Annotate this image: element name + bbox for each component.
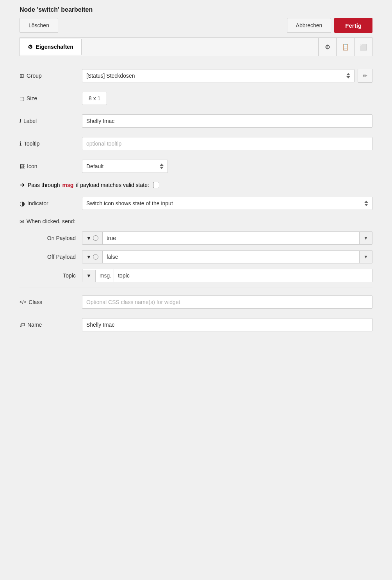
topic-label: Topic bbox=[20, 272, 82, 279]
group-label: ⊞ Group bbox=[20, 73, 82, 79]
pass-through-text1: Pass through bbox=[28, 182, 60, 188]
done-button[interactable]: Fertig bbox=[334, 18, 372, 33]
on-payload-input-group: ▼ ▼ bbox=[82, 231, 372, 245]
off-payload-row: Off Payload ▼ ▼ bbox=[20, 250, 372, 263]
off-payload-input-group: ▼ ▼ bbox=[82, 250, 372, 263]
tab-icon-document[interactable]: 📋 bbox=[336, 38, 354, 56]
code-icon: </> bbox=[20, 299, 26, 305]
off-payload-input[interactable] bbox=[103, 251, 359, 263]
tooltip-label-text: Tooltip bbox=[24, 141, 39, 147]
group-row: ⊞ Group [Status] Steckdosen ✏ bbox=[20, 68, 372, 84]
topic-type-btn[interactable]: ▼ bbox=[82, 270, 96, 282]
tag-icon: 🏷 bbox=[20, 322, 25, 328]
name-row: 🏷 Name bbox=[20, 317, 372, 333]
size-icon: ⬚ bbox=[20, 96, 24, 101]
tab-properties[interactable]: ⚙ Eigenschaften bbox=[20, 39, 82, 55]
name-input[interactable] bbox=[82, 318, 372, 331]
tab-properties-label: Eigenschaften bbox=[36, 44, 73, 50]
size-label-text: Size bbox=[27, 95, 37, 101]
tab-icon-settings[interactable]: ⚙ bbox=[318, 38, 336, 56]
on-payload-dropdown-btn[interactable]: ▼ bbox=[359, 232, 372, 244]
pass-through-checkbox[interactable] bbox=[153, 182, 159, 188]
off-payload-dropdown-arrow: ▼ bbox=[86, 254, 91, 260]
group-select[interactable]: [Status] Steckdosen bbox=[82, 69, 355, 82]
on-payload-label: On Payload bbox=[20, 235, 82, 241]
toolbar-left: Löschen bbox=[20, 18, 284, 33]
form-body: ⊞ Group [Status] Steckdosen ✏ ⬚ Size 8 x… bbox=[20, 64, 372, 343]
icon-select[interactable]: Default bbox=[82, 160, 168, 173]
divider bbox=[20, 288, 372, 288]
off-payload-dropdown-btn[interactable]: ▼ bbox=[359, 251, 372, 263]
indicator-label-text: Indicator bbox=[27, 200, 48, 206]
class-input[interactable] bbox=[82, 295, 372, 309]
msg-text: msg bbox=[62, 182, 74, 188]
toolbar: Löschen Abbrechen Fertig bbox=[20, 18, 372, 33]
topic-input[interactable] bbox=[114, 269, 372, 282]
label-row: I Label bbox=[20, 113, 372, 129]
gear-icon: ⚙ bbox=[28, 44, 33, 50]
label-label-text: Label bbox=[23, 118, 37, 124]
pass-through-row: ➜ Pass through msg if payload matches va… bbox=[20, 181, 372, 189]
size-button[interactable]: 8 x 1 bbox=[82, 92, 107, 105]
name-label: 🏷 Name bbox=[20, 322, 82, 328]
tab-icons: ⚙ 📋 ⬜ bbox=[318, 38, 372, 56]
label-input[interactable] bbox=[82, 114, 372, 128]
tooltip-input[interactable] bbox=[82, 137, 372, 150]
group-label-text: Group bbox=[27, 73, 42, 79]
tab-icon-layout[interactable]: ⬜ bbox=[354, 38, 372, 56]
tab-bar: ⚙ Eigenschaften ⚙ 📋 ⬜ bbox=[20, 37, 372, 56]
class-row: </> Class bbox=[20, 294, 372, 310]
group-input-area: [Status] Steckdosen ✏ bbox=[82, 69, 372, 83]
envelope-icon: ✉ bbox=[20, 218, 24, 224]
when-clicked-row: ✉ When clicked, send: bbox=[20, 218, 372, 224]
off-payload-type-btn[interactable]: ▼ bbox=[82, 251, 103, 263]
delete-button[interactable]: Löschen bbox=[20, 18, 58, 33]
group-icon: ⊞ bbox=[20, 73, 24, 79]
icon-row: 🖼 Icon Default bbox=[20, 158, 372, 174]
indicator-row: ◑ Indicator Switch icon shows state of t… bbox=[20, 196, 372, 211]
topic-input-group: ▼ msg. bbox=[82, 269, 372, 282]
info-icon: ℹ bbox=[20, 141, 21, 147]
class-label: </> Class bbox=[20, 299, 82, 305]
size-label: ⬚ Size bbox=[20, 95, 82, 101]
topic-dropdown-arrow: ▼ bbox=[86, 273, 91, 279]
group-edit-button[interactable]: ✏ bbox=[358, 69, 372, 83]
topic-prefix: msg. bbox=[96, 269, 114, 282]
on-payload-type-btn[interactable]: ▼ bbox=[82, 232, 103, 244]
on-payload-circle-icon bbox=[93, 235, 98, 241]
icon-label: 🖼 Icon bbox=[20, 163, 82, 169]
image-icon: 🖼 bbox=[20, 164, 25, 169]
size-row: ⬚ Size 8 x 1 bbox=[20, 91, 372, 106]
pass-through-text2: if payload matches valid state: bbox=[76, 182, 149, 188]
label-icon: I bbox=[20, 118, 21, 124]
indicator-label: ◑ Indicator bbox=[20, 200, 82, 207]
topic-row: Topic ▼ msg. bbox=[20, 269, 372, 282]
icon-label-text: Icon bbox=[27, 163, 37, 169]
tooltip-row: ℹ Tooltip bbox=[20, 136, 372, 151]
class-label-text: Class bbox=[29, 299, 42, 305]
off-payload-label: Off Payload bbox=[20, 254, 82, 260]
indicator-select[interactable]: Switch icon shows state of the input bbox=[82, 197, 372, 210]
label-label: I Label bbox=[20, 118, 82, 124]
page-title: Node 'switch' bearbeiten bbox=[20, 0, 372, 18]
when-clicked-text: When clicked, send: bbox=[27, 218, 75, 224]
off-payload-circle-icon bbox=[93, 254, 98, 260]
indicator-icon: ◑ bbox=[20, 200, 25, 207]
tooltip-label: ℹ Tooltip bbox=[20, 141, 82, 147]
name-label-text: Name bbox=[27, 322, 42, 328]
arrow-icon: ➜ bbox=[20, 181, 25, 189]
toolbar-right: Abbrechen Fertig bbox=[287, 18, 372, 33]
on-payload-row: On Payload ▼ ▼ bbox=[20, 231, 372, 245]
on-payload-input[interactable] bbox=[103, 232, 359, 244]
on-payload-dropdown-arrow: ▼ bbox=[86, 235, 91, 241]
cancel-button[interactable]: Abbrechen bbox=[287, 18, 331, 33]
